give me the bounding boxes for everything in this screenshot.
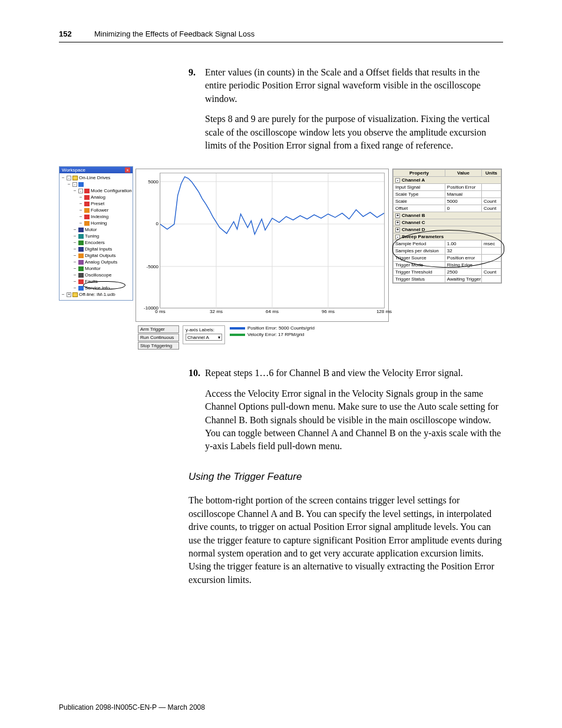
grid-header-property: Property <box>394 170 445 177</box>
x-tick: 0 ms <box>155 309 165 314</box>
tree-item[interactable]: Motor <box>85 227 97 232</box>
section-channel-b[interactable]: Channel B <box>402 213 425 218</box>
tree-item[interactable]: Tuning <box>85 233 99 239</box>
tree-item[interactable]: Digital Outputs <box>85 253 115 258</box>
tree-item[interactable]: Indexing <box>91 214 108 219</box>
tree-item[interactable]: Monitor <box>85 266 101 271</box>
y-tick: -5000 <box>147 263 158 269</box>
tree-item[interactable]: Follower <box>91 207 108 213</box>
workspace-panel: Workspace × -On-Line Drives - -Mode Conf… <box>59 166 133 301</box>
expand-icon[interactable]: + <box>395 220 400 225</box>
grid-row[interactable]: Sample Period1.00msec <box>394 241 501 248</box>
expand-icon[interactable]: + <box>395 228 400 232</box>
oscilloscope-plot-window: 5000 0 -5000 -10000 0 ms 32 ms 64 ms 96 … <box>135 169 389 322</box>
faults-icon <box>78 279 84 284</box>
grid-row[interactable]: Input SignalPosition Error <box>394 184 501 191</box>
digital-in-icon <box>78 247 84 252</box>
step-para: Access the Velocity Error signal in the … <box>205 387 502 453</box>
legend-swatch-blue <box>230 327 245 330</box>
follower-icon <box>84 208 90 213</box>
grid-row[interactable]: Trigger ModeRising Edge <box>394 262 501 269</box>
oscilloscope-icon <box>78 273 84 278</box>
subheading-trigger: Using the Trigger Feature <box>189 470 503 484</box>
folder-icon <box>72 176 78 180</box>
grid-row[interactable]: Trigger Threshold2500Count <box>394 269 501 276</box>
expand-icon[interactable]: + <box>395 213 400 218</box>
scope-controls: Arm Trigger Run Continuous Stop Triggeri… <box>135 324 389 348</box>
tree-item[interactable]: Analog <box>91 195 105 200</box>
section-channel-d[interactable]: Channel D <box>402 227 425 232</box>
tuning-icon <box>78 234 84 239</box>
collapse-icon[interactable]: - <box>395 178 400 183</box>
expand-icon[interactable]: + <box>67 292 71 297</box>
homing-icon <box>84 221 90 226</box>
tree-item[interactable]: Service Info <box>85 285 110 291</box>
tree-item[interactable]: On-Line Drives <box>79 175 110 180</box>
grid-row[interactable]: Trigger StatusAwaiting Trigger <box>394 276 501 283</box>
x-tick: 64 ms <box>266 309 279 314</box>
legend-label-b: Velocity Error: 17 RPM/grid <box>247 332 304 337</box>
publication-footer: Publication 2098-IN005C-EN-P — March 200… <box>59 703 205 711</box>
analog-out-icon <box>78 260 84 265</box>
indexing-icon <box>84 215 90 219</box>
tree-item[interactable]: Oscilloscope <box>85 272 111 278</box>
tree-item[interactable]: Digital Inputs <box>85 246 112 252</box>
combo-value: Channel A <box>187 335 209 340</box>
tree-item[interactable]: Mode Configuration <box>91 188 132 193</box>
arm-trigger-button[interactable]: Arm Trigger <box>138 325 179 333</box>
step-10: 10. Repeat steps 1…6 for Channel B and v… <box>189 367 503 453</box>
tree-item[interactable]: Encoders <box>85 240 105 245</box>
section-sweep[interactable]: Sweep Parameters <box>402 234 444 239</box>
page-number: 152 <box>59 29 94 38</box>
analog-icon <box>84 195 90 200</box>
workspace-title: Workspace <box>62 167 85 173</box>
config-icon <box>84 189 90 193</box>
preset-icon <box>84 202 90 206</box>
y-axis-labels-group: y-axis Labels: Channel A ▾ <box>183 325 225 344</box>
expand-icon[interactable]: - <box>67 176 71 180</box>
step-number: 9. <box>189 66 203 79</box>
y-tick: 5000 <box>148 179 158 185</box>
grid-row[interactable]: Scale TypeManual <box>394 191 501 198</box>
grid-row[interactable]: Trigger SourcePosition error <box>394 255 501 262</box>
expand-icon[interactable]: - <box>78 189 83 193</box>
tree-item[interactable]: Homing <box>91 220 107 226</box>
y-axis-labels-combo[interactable]: Channel A ▾ <box>186 334 222 341</box>
trigger-paragraph: The bottom-right portion of the screen c… <box>189 494 503 587</box>
step-text: Repeat steps 1…6 for Channel B and view … <box>205 368 463 378</box>
close-icon[interactable]: × <box>125 167 130 173</box>
section-channel-c[interactable]: Channel C <box>402 220 425 225</box>
section-channel-a[interactable]: Channel A <box>402 177 425 183</box>
run-continuous-button[interactable]: Run Continuous <box>138 334 179 341</box>
workspace-tree[interactable]: -On-Line Drives - -Mode Configuration An… <box>61 174 131 298</box>
y-axis-labels-title: y-axis Labels: <box>186 327 222 332</box>
legend-swatch-green <box>230 334 245 336</box>
legend-label-a: Position Error: 5000 Counts/grid <box>247 325 315 331</box>
step-text: Enter values (in counts) in the Scale an… <box>205 67 481 104</box>
tree-item[interactable]: Analog Outputs <box>85 259 117 265</box>
collapse-icon[interactable]: - <box>395 235 400 239</box>
service-icon <box>78 286 84 291</box>
workspace-titlebar: Workspace × <box>59 167 133 173</box>
property-grid: Property Value Units -Channel A Input Si… <box>392 169 502 284</box>
x-tick: 128 ms <box>376 309 392 314</box>
grid-header-value: Value <box>445 170 481 177</box>
waveform <box>160 173 384 309</box>
legend: Position Error: 5000 Counts/grid Velocit… <box>230 325 315 338</box>
running-header: 152 Minimizing the Effects of Feedback S… <box>59 29 503 42</box>
tree-item[interactable]: Faults <box>85 279 98 284</box>
grid-row[interactable]: Samples per division32 <box>394 248 501 255</box>
stop-triggering-button[interactable]: Stop Triggering <box>138 342 179 350</box>
expand-icon[interactable]: - <box>72 182 77 187</box>
folder-icon <box>72 292 78 297</box>
header-title: Minimizing the Effects of Feedback Signa… <box>94 29 254 38</box>
plot-area: 5000 0 -5000 -10000 0 ms 32 ms 64 ms 96 … <box>160 173 385 308</box>
tree-item[interactable]: Off-line: IM-1.udb <box>79 292 115 297</box>
grid-row[interactable]: Offset0Count <box>394 205 501 212</box>
digital-out-icon <box>78 253 84 258</box>
x-tick: 96 ms <box>322 309 335 314</box>
oscilloscope-screenshot: Workspace × -On-Line Drives - -Mode Conf… <box>59 166 503 349</box>
grid-row[interactable]: Scale5000Count <box>394 198 501 205</box>
encoders-icon <box>78 241 84 245</box>
tree-item[interactable]: Preset <box>91 201 104 206</box>
